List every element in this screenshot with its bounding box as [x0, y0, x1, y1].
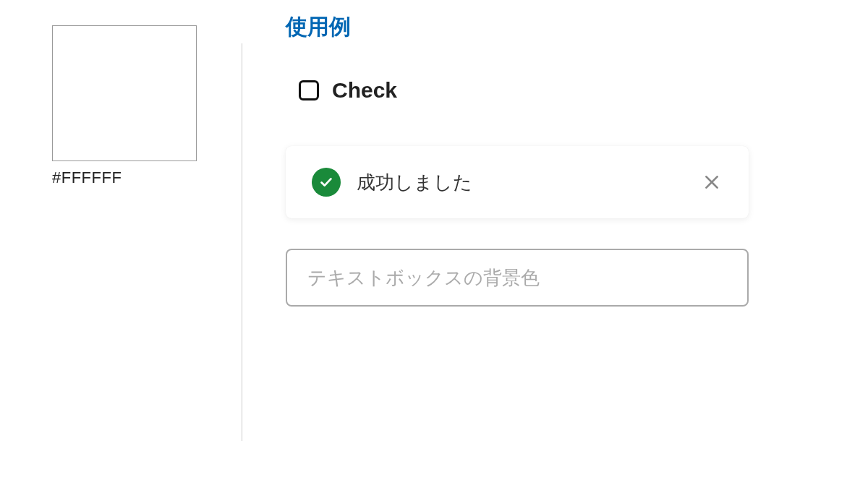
- section-title: 使用例: [286, 12, 825, 42]
- color-swatch-section: #FFFFFF: [52, 25, 197, 441]
- color-swatch-label: #FFFFFF: [52, 168, 197, 187]
- check-circle-icon: [312, 168, 341, 197]
- close-icon[interactable]: [701, 171, 723, 193]
- checkbox-row[interactable]: Check: [299, 78, 825, 103]
- textbox-input[interactable]: [286, 249, 749, 307]
- checkbox-input[interactable]: [299, 80, 319, 100]
- color-swatch: [52, 25, 197, 161]
- checkbox-label: Check: [332, 78, 397, 103]
- success-alert: 成功しました: [286, 146, 749, 218]
- vertical-divider: [242, 43, 242, 441]
- alert-message: 成功しました: [357, 170, 701, 195]
